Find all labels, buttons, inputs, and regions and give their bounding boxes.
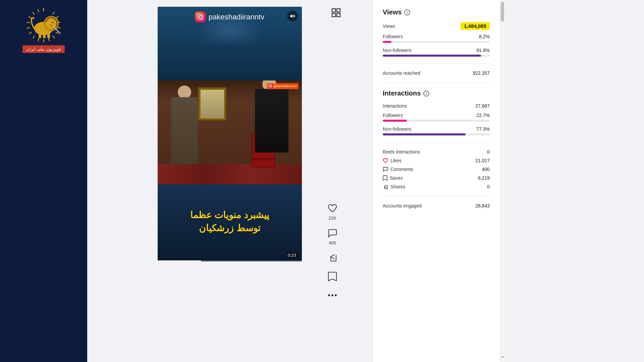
interactions-info-icon[interactable]: i — [423, 90, 429, 97]
views-info-icon[interactable]: i — [404, 9, 410, 15]
channel-name: pakeshadiiranntv — [209, 13, 264, 21]
accounts-engaged-label: Accounts engaged — [383, 203, 422, 208]
accounts-engaged-row: Accounts engaged 28,643 — [383, 203, 490, 208]
non-followers-label: Non-followers — [383, 48, 412, 53]
interactions-value: 27,687 — [475, 103, 490, 109]
views-section-title: Views i — [383, 8, 490, 16]
video-player[interactable]: pakeshadiiranntv — [158, 7, 302, 261]
logo-text: تلویزیون ملی ایران — [22, 45, 64, 53]
int-followers-label-row: Followers 22.7% — [383, 113, 490, 118]
svg-point-35 — [202, 15, 202, 16]
overlay-line-2: توسط زرشکیان — [158, 222, 302, 235]
svg-line-16 — [37, 9, 40, 12]
likes-label: Likes — [383, 158, 401, 163]
svg-point-34 — [199, 16, 202, 18]
svg-line-12 — [27, 27, 30, 29]
svg-point-40 — [335, 294, 337, 296]
svg-line-8 — [43, 39, 45, 42]
person-left-body — [171, 97, 198, 164]
svg-line-9 — [38, 38, 39, 41]
svg-line-11 — [29, 32, 32, 35]
likes-heart-icon — [383, 158, 388, 163]
int-non-followers-label-row: Non-followers 77.3% — [383, 126, 490, 132]
logo-container: تلویزیون ملی ایران — [22, 7, 65, 53]
more-dots-icon — [326, 289, 339, 302]
svg-rect-28 — [337, 9, 340, 12]
scrollbar[interactable]: ▲ ▼ — [500, 0, 505, 362]
svg-line-5 — [55, 32, 58, 34]
int-non-followers-progress-row: Non-followers 77.3% — [383, 126, 490, 135]
followers-label: Followers — [383, 34, 403, 39]
svg-rect-36 — [270, 85, 272, 87]
comments-label: Comments — [383, 167, 413, 172]
divider-1 — [383, 63, 490, 64]
svg-line-14 — [29, 17, 32, 18]
sidebar: تلویزیون ملی ایران — [0, 0, 87, 362]
int-non-followers-label: Non-followers — [383, 126, 412, 132]
divider-2 — [383, 82, 490, 83]
svg-rect-22 — [39, 33, 41, 38]
non-followers-pct: 91.8% — [476, 48, 490, 53]
action-buttons: 21K 400 — [326, 202, 339, 302]
instagram-icon — [195, 12, 206, 22]
nitv-logo — [22, 7, 65, 44]
comment-icon — [326, 227, 339, 239]
volume-button[interactable] — [287, 11, 298, 21]
person-left-head — [178, 85, 191, 99]
main-content: pakeshadiiranntv — [87, 0, 644, 362]
accounts-reached-value: 922,357 — [473, 70, 490, 76]
svg-point-39 — [331, 294, 333, 296]
interactions-title-text: Interactions — [383, 89, 421, 97]
svg-line-13 — [27, 22, 30, 23]
views-section: Views i Views 1,484,085 Followers 8.2% N… — [383, 8, 490, 76]
views-stat-row: Views 1,484,085 — [383, 22, 490, 30]
svg-line-15 — [32, 12, 35, 14]
overlay-line-1: پیشبرد منویات عظما — [158, 208, 302, 222]
comments-value: 400 — [482, 167, 490, 172]
reels-label: Reels interactions — [383, 149, 420, 155]
scroll-down-arrow[interactable]: ▼ — [499, 354, 505, 360]
share-icon — [326, 251, 339, 264]
reels-value: 0 — [487, 149, 490, 155]
interactions-label: Interactions — [383, 103, 407, 109]
reels-row: Reels interactions 0 — [383, 149, 490, 155]
save-button[interactable] — [326, 270, 339, 283]
svg-point-19 — [46, 18, 57, 29]
svg-point-38 — [328, 294, 330, 296]
interactions-section-title: Interactions i — [383, 89, 490, 97]
accounts-engaged-value: 28,643 — [475, 203, 490, 208]
sub-watermark-text: pakeshadiiranntv — [274, 84, 297, 88]
int-followers-progress-row: Followers 22.7% — [383, 113, 490, 122]
comment-count: 400 — [329, 240, 336, 245]
expand-button[interactable] — [330, 7, 342, 19]
saves-row: Saves 6,219 — [383, 175, 490, 181]
video-progress-bar[interactable] — [158, 260, 302, 261]
stats-panel: Views i Views 1,484,085 Followers 8.2% N… — [372, 0, 500, 362]
views-label: Views — [383, 23, 395, 29]
followers-progress-fill — [383, 41, 391, 43]
svg-line-7 — [48, 38, 50, 41]
followers-pct: 8.2% — [479, 34, 490, 39]
shares-label: Shares — [383, 184, 405, 189]
likes-value: 21,017 — [475, 158, 490, 163]
saves-bookmark-icon — [383, 175, 387, 181]
svg-rect-29 — [332, 13, 335, 17]
share-button[interactable] — [326, 251, 339, 264]
scroll-thumb[interactable] — [501, 2, 504, 22]
accounts-reached-label: Accounts reached — [383, 70, 420, 76]
video-top-controls — [287, 11, 298, 21]
accounts-reached-row: Accounts reached 922,357 — [383, 70, 490, 76]
post-area: pakeshadiiranntv — [87, 0, 372, 362]
divider-4 — [383, 196, 490, 196]
more-options-button[interactable] — [326, 289, 339, 302]
followers-label-row: Followers 8.2% — [383, 34, 490, 39]
non-followers-progress-fill — [383, 55, 481, 57]
sub-watermark: pakeshadiiranntv — [267, 83, 299, 89]
like-button[interactable]: 21K — [326, 202, 339, 221]
shares-icon — [383, 184, 388, 189]
video-scene — [158, 80, 302, 184]
interactions-stat-row: Interactions 27,687 — [383, 103, 490, 109]
shares-value: 0 — [487, 184, 490, 189]
non-followers-progress-row: Non-followers 91.8% — [383, 48, 490, 57]
comment-button[interactable]: 400 — [326, 227, 339, 245]
